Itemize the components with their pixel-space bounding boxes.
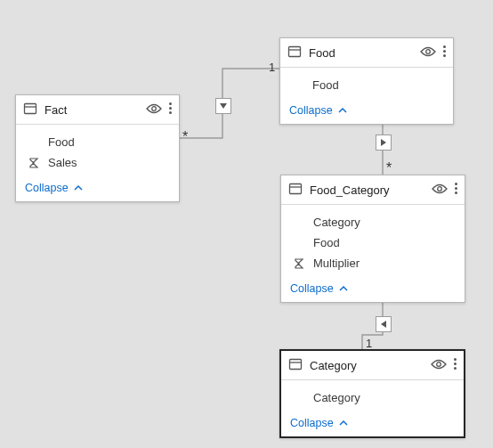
chevron-up-icon <box>339 282 348 295</box>
field-name: Multiplier <box>313 257 360 270</box>
field-name: Food <box>312 78 339 92</box>
svg-point-11 <box>437 362 441 366</box>
filter-direction-icon <box>376 134 392 151</box>
field-name: Food <box>313 236 340 249</box>
field-row[interactable]: Category <box>281 212 465 232</box>
collapse-button[interactable]: Collapse <box>281 411 464 436</box>
collapse-label: Collapse <box>290 282 334 295</box>
svg-rect-6 <box>290 183 302 193</box>
collapse-label: Collapse <box>290 417 334 429</box>
more-options-icon[interactable] <box>455 181 457 199</box>
table-icon <box>23 102 37 118</box>
table-icon <box>288 182 303 199</box>
field-name: Sales <box>48 156 77 169</box>
table-icon <box>288 357 303 374</box>
field-list: Category <box>281 380 464 411</box>
chevron-up-icon <box>339 417 348 429</box>
svg-rect-3 <box>289 46 301 56</box>
svg-point-8 <box>438 186 442 191</box>
collapse-button[interactable]: Collapse <box>281 277 465 302</box>
collapse-label: Collapse <box>289 104 333 117</box>
field-list: Food Sales <box>16 125 179 176</box>
cardinality-one: 1 <box>366 337 372 350</box>
field-row[interactable]: Food <box>281 232 465 253</box>
visibility-icon[interactable] <box>431 358 447 373</box>
chevron-up-icon <box>338 104 347 117</box>
table-icon <box>287 45 302 61</box>
svg-point-5 <box>426 49 431 53</box>
table-category[interactable]: Category Category Collapse <box>279 349 465 438</box>
more-options-icon[interactable] <box>443 44 446 61</box>
field-row[interactable]: Category <box>281 387 464 408</box>
filter-direction-icon <box>376 316 392 332</box>
chevron-up-icon <box>74 182 83 194</box>
cardinality-one: 1 <box>269 61 275 74</box>
filter-direction-icon <box>215 98 231 114</box>
field-list: Category Food Multiplier <box>281 205 465 277</box>
field-list: Food <box>280 68 453 99</box>
field-row[interactable]: Food <box>16 132 179 152</box>
visibility-icon[interactable] <box>420 45 436 61</box>
field-row[interactable]: Sales <box>16 152 179 173</box>
more-options-icon[interactable] <box>454 356 457 374</box>
field-row[interactable]: Food <box>280 75 453 95</box>
field-name: Category <box>313 216 360 229</box>
table-title: Food_Category <box>310 183 432 197</box>
model-canvas[interactable]: 1 * 1 * 1 * Fact Food Sales <box>0 0 493 448</box>
sigma-icon <box>294 258 308 269</box>
table-food[interactable]: Food Food Collapse <box>279 37 454 125</box>
cardinality-many: * <box>182 129 188 145</box>
table-title: Fact <box>44 103 146 117</box>
svg-rect-0 <box>25 103 36 113</box>
table-food-category[interactable]: Food_Category Category Food Multiplier C… <box>280 175 465 303</box>
table-title: Category <box>310 359 431 372</box>
table-title: Food <box>309 46 420 60</box>
svg-rect-9 <box>290 359 302 369</box>
collapse-label: Collapse <box>25 182 69 194</box>
sigma-icon <box>28 158 43 168</box>
visibility-icon[interactable] <box>146 102 162 118</box>
field-name: Category <box>313 391 360 404</box>
more-options-icon[interactable] <box>169 101 172 118</box>
table-fact[interactable]: Fact Food Sales Collapse <box>15 94 180 202</box>
collapse-button[interactable]: Collapse <box>16 176 179 201</box>
visibility-icon[interactable] <box>432 183 448 198</box>
svg-point-2 <box>152 106 157 110</box>
collapse-button[interactable]: Collapse <box>280 99 453 124</box>
field-row[interactable]: Multiplier <box>281 253 465 273</box>
field-name: Food <box>48 135 75 149</box>
